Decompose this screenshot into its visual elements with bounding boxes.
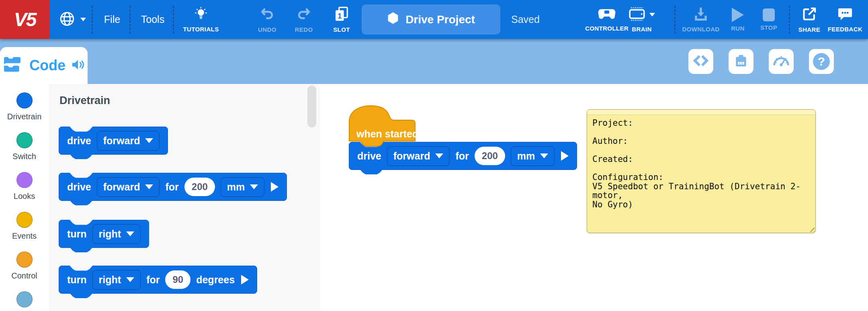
sidebar-item-switch[interactable]: Switch <box>0 132 49 161</box>
slot-number: 1 <box>338 12 342 20</box>
question-mark-icon: ? <box>813 53 830 70</box>
project-name-field[interactable]: Drive Project <box>362 4 500 35</box>
comment-header[interactable] <box>587 110 815 115</box>
direction-dropdown[interactable]: right <box>92 270 141 290</box>
download-button[interactable]: DOWNLOAD <box>677 0 725 39</box>
block-verb: turn <box>67 274 87 286</box>
project-comment[interactable]: Project: Author: Created: Configuration:… <box>587 109 816 233</box>
top-toolbar: V5 File Tools <box>0 0 868 39</box>
device-port-icon <box>733 53 749 70</box>
looks-category-circle <box>16 172 33 188</box>
expand-arrow-icon[interactable] <box>241 275 249 284</box>
slot-button[interactable]: 1 SLOT <box>326 0 358 39</box>
code-brackets-icon <box>692 55 709 68</box>
run-button[interactable]: RUN <box>723 0 752 39</box>
palette-block-turn[interactable]: turn right <box>59 220 149 248</box>
unit-dropdown[interactable]: mm <box>221 177 264 197</box>
feedback-button[interactable]: FEEDBACK <box>823 0 867 39</box>
globe-icon <box>59 10 76 29</box>
sidebar-item-control[interactable]: Control <box>0 252 49 280</box>
expand-arrow-icon[interactable] <box>271 182 278 192</box>
sidebar-item-drivetrain[interactable]: Drivetrain <box>0 92 49 121</box>
palette-block-turn-for[interactable]: turn right for 90 degrees <box>59 266 257 294</box>
direction-dropdown[interactable]: forward <box>387 146 450 166</box>
slot-label: SLOT <box>333 26 350 33</box>
redo-icon <box>296 6 311 23</box>
block-socket <box>70 127 93 132</box>
tutorials-button[interactable]: TUTORIALS <box>178 0 223 39</box>
brain-button[interactable]: BRAIN <box>621 0 663 39</box>
when-started-hat-block[interactable]: when started <box>348 104 417 147</box>
block-verb: drive <box>357 150 381 162</box>
block-socket <box>70 220 93 225</box>
sidebar-item-events[interactable]: Events <box>0 212 49 241</box>
lightbulb-icon <box>194 7 208 23</box>
code-tab-label: Code <box>29 57 66 74</box>
undo-button[interactable]: UNDO <box>251 0 283 39</box>
stop-button[interactable]: STOP <box>754 0 783 39</box>
sidebar-item-looks[interactable]: Looks <box>0 172 49 201</box>
save-status-label: Saved <box>511 14 540 25</box>
block-bump <box>70 293 93 298</box>
tab-code[interactable]: Code <box>0 47 88 84</box>
dropdown-value: forward <box>393 150 430 162</box>
file-menu[interactable]: File <box>95 0 129 39</box>
sidebar-item-sensing[interactable] <box>0 291 49 307</box>
toolbar-separator <box>789 6 790 34</box>
download-label: DOWNLOAD <box>682 26 719 33</box>
direction-dropdown[interactable]: right <box>92 224 141 244</box>
speaker-icon[interactable] <box>71 58 85 73</box>
chevron-down-icon <box>126 277 134 282</box>
distance-input[interactable]: 200 <box>475 147 505 165</box>
gauge-icon <box>773 54 790 69</box>
slot-icon: 1 <box>334 6 349 23</box>
tutorials-label: TUTORIALS <box>183 26 219 33</box>
code-viewer-button[interactable] <box>688 49 713 74</box>
toolbar-separator <box>92 6 93 34</box>
palette-block-drive-for[interactable]: drive forward for 200 mm <box>59 173 287 201</box>
undo-icon <box>260 6 275 23</box>
dropdown-value: forward <box>103 135 140 147</box>
help-button[interactable]: ? <box>809 49 834 74</box>
palette-scrollbar[interactable] <box>307 86 316 127</box>
looks-category-label: Looks <box>14 192 35 201</box>
sensing-category-circle <box>16 291 33 307</box>
degrees-input[interactable]: 90 <box>165 270 190 289</box>
run-label: RUN <box>731 25 745 32</box>
v5-logo: V5 <box>0 0 50 39</box>
chevron-down-icon <box>649 13 655 16</box>
share-button[interactable]: SHARE <box>793 0 825 39</box>
play-icon <box>732 8 744 22</box>
share-label: SHARE <box>798 26 821 33</box>
tools-menu[interactable]: Tools <box>133 0 173 39</box>
direction-dropdown[interactable]: forward <box>97 177 160 197</box>
distance-input[interactable]: 200 <box>184 178 215 196</box>
dropdown-value: mm <box>517 150 535 162</box>
stop-label: STOP <box>760 24 777 31</box>
direction-dropdown[interactable]: forward <box>97 131 160 151</box>
comment-text[interactable]: Project: Author: Created: Configuration:… <box>587 115 815 213</box>
category-sidebar: Drivetrain Switch Looks Events Control <box>0 84 49 311</box>
share-icon <box>802 6 817 23</box>
control-category-label: Control <box>11 271 37 280</box>
feedback-icon <box>837 7 853 23</box>
unit-dropdown[interactable]: mm <box>511 146 555 166</box>
redo-button[interactable]: REDO <box>288 0 320 39</box>
dropdown-value: mm <box>227 181 245 193</box>
block-bump <box>70 154 93 159</box>
brain-label: BRAIN <box>632 26 652 33</box>
chevron-down-icon <box>80 18 86 21</box>
devices-button[interactable] <box>729 49 753 74</box>
language-menu[interactable] <box>59 0 86 39</box>
download-icon <box>693 7 709 23</box>
palette-block-drive[interactable]: drive forward <box>59 127 168 155</box>
toolbar-separator <box>129 6 131 34</box>
block-verb: turn <box>67 228 87 240</box>
monitor-button[interactable] <box>769 49 794 74</box>
redo-label: REDO <box>295 26 313 33</box>
chevron-down-icon <box>540 153 548 158</box>
block-for-label: for <box>455 150 469 162</box>
expand-arrow-icon[interactable] <box>561 151 569 161</box>
workspace-canvas[interactable]: when started drive forward for 200 mm Pr… <box>320 84 868 311</box>
resize-handle[interactable] <box>809 226 815 232</box>
